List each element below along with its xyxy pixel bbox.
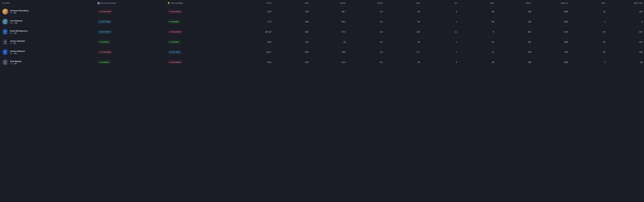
table-row[interactable]: Chuba Hubbard Car RB Unavailable Your Te… — [0, 47, 644, 57]
player-snappct-4: 73% — [532, 47, 570, 57]
svg-point-3 — [4, 23, 7, 24]
league1-badge[interactable]: Available — [98, 40, 111, 44]
player-name-meta: Christian McCaffrey SF RB — [10, 10, 29, 14]
col-header-league2[interactable]: 🏆 The Scrubs — [166, 0, 236, 7]
player-avatar-icon — [3, 60, 7, 64]
league1-status-4[interactable]: Unavailable — [96, 47, 166, 57]
player-team-pos: Jax RB — [10, 63, 22, 64]
league2-badge[interactable]: Available — [168, 20, 181, 24]
league2-badge[interactable]: Available — [168, 40, 181, 44]
player-ydsg-4: 79.6 — [310, 47, 347, 57]
player-team-pos: SF RB — [10, 12, 29, 14]
league1-badge[interactable]: Your Team — [98, 30, 112, 34]
league2-badge-label: Available — [171, 41, 179, 43]
avatar — [2, 49, 8, 55]
player-ydsc-2: 4.4 — [347, 27, 384, 37]
player-pos: RB — [14, 32, 17, 34]
league1-status-5[interactable]: Available — [96, 57, 166, 67]
player-rec-0: 13 — [570, 7, 607, 17]
badge-dot — [100, 31, 100, 32]
col-header-rec[interactable]: REC — [570, 0, 607, 7]
player-team-pos: LV RB — [10, 42, 25, 44]
league1-status-2[interactable]: Your Team — [96, 27, 166, 37]
player-team: Jax — [10, 63, 12, 64]
player-yds-5: 519 — [273, 57, 310, 67]
col-header-recyds[interactable]: REC YDS — [607, 0, 644, 7]
league1-status-0[interactable]: Unavailable — [96, 7, 166, 17]
col-header-ydsc[interactable]: YDS/C — [347, 0, 384, 7]
table-row[interactable]: Christian McCaffrey SF RB Unavailable Un… — [0, 7, 644, 17]
player-avatar-icon — [3, 10, 7, 14]
table-row[interactable]: David Montgomery Det RB Your Team Unavai… — [0, 27, 644, 37]
table-row[interactable]: Tank Bigsby Jax RB Available Unavailable… — [0, 57, 644, 67]
league1-badge-label: Unavailable — [101, 11, 111, 13]
player-td-2: 11 — [422, 27, 458, 37]
league2-badge[interactable]: Unavailable — [168, 10, 183, 14]
avatar — [2, 39, 8, 45]
svg-point-5 — [4, 33, 7, 34]
player-fpts-5: 81.0 — [236, 57, 273, 67]
col-header-fpts[interactable]: FPTS — [236, 0, 273, 7]
league2-badge-label: Unavailable — [171, 11, 181, 13]
col-header-car[interactable]: CAR — [384, 0, 422, 7]
player-car-1: 63 — [384, 17, 422, 27]
league1-status-3[interactable]: Available — [96, 37, 166, 47]
league2-badge[interactable]: Unavailable — [168, 60, 183, 64]
league1-status-1[interactable]: Your Team — [96, 17, 166, 27]
player-prk-2: 9 — [458, 27, 496, 37]
player-team-pos: LAC RB — [10, 22, 22, 24]
league1-badge[interactable]: Available — [98, 60, 111, 64]
player-snappct-1: 30% — [532, 17, 570, 27]
col-header-league1[interactable]: 🅴 No Fun League — [96, 0, 166, 7]
league1-icon: 🅴 — [98, 2, 100, 5]
league1-badge[interactable]: Unavailable — [98, 50, 113, 54]
player-snap-4: 479 — [496, 47, 533, 57]
svg-point-6 — [4, 41, 6, 42]
league2-status-5[interactable]: Unavailable — [166, 57, 236, 67]
league2-status-4[interactable]: Your Team — [166, 47, 236, 57]
player-rec-2: 24 — [570, 27, 607, 37]
player-snappct-3: 39% — [532, 37, 570, 47]
player-ydsg-0: 49.7 — [310, 7, 347, 17]
player-prk-5: 36 — [458, 57, 496, 67]
league1-badge-label: Your Team — [101, 31, 110, 33]
col-header-ydsg[interactable]: YDS/G — [310, 0, 347, 7]
player-name: Christian McCaffrey — [10, 10, 29, 12]
player-fpts-2: 167.42 — [236, 27, 273, 37]
col-header-snap[interactable]: SNAP — [496, 0, 533, 7]
col-header-td[interactable]: TD — [422, 0, 458, 7]
player-info-cell: Ameer Abdullah LV RB — [2, 39, 94, 45]
player-info-cell: David Montgomery Det RB — [2, 29, 94, 35]
player-prk-3: 51 — [458, 37, 496, 47]
table-row[interactable]: Ameer Abdullah LV RB Available Available… — [0, 37, 644, 47]
player-info-cell: Chuba Hubbard Car RB — [2, 49, 94, 55]
badge-dot — [100, 11, 100, 12]
table-row[interactable]: Gus Edwards LAC RB Your Team Available 2… — [0, 17, 644, 27]
league1-badge[interactable]: Unavailable — [98, 10, 113, 14]
league2-status-0[interactable]: Unavailable — [166, 7, 236, 17]
player-avatar-icon — [3, 20, 7, 24]
player-cell-3: Ameer Abdullah LV RB — [0, 37, 96, 47]
player-team-pos: Car RB — [10, 53, 25, 54]
league1-badge[interactable]: Your Team — [98, 20, 112, 24]
col-header-snappct[interactable]: SNAP % — [532, 0, 570, 7]
player-info-cell: Tank Bigsby Jax RB — [2, 59, 94, 65]
player-ydsc-5: 5.5 — [347, 57, 384, 67]
player-rec-4: 31 — [570, 47, 607, 57]
league2-status-1[interactable]: Available — [166, 17, 236, 27]
player-avatar-icon — [3, 40, 7, 44]
col-header-yds[interactable]: YDS — [273, 0, 310, 7]
player-td-0: 0 — [422, 7, 458, 17]
badge-dot — [100, 62, 100, 63]
svg-point-9 — [4, 53, 7, 54]
league2-badge[interactable]: Unavailable — [168, 30, 183, 34]
player-snap-2: 292 — [496, 27, 533, 37]
player-name-meta: Tank Bigsby Jax RB — [10, 60, 22, 64]
league2-status-2[interactable]: Unavailable — [166, 27, 236, 37]
col-header-prk[interactable]: PRK — [458, 0, 496, 7]
league2-badge[interactable]: Your Team — [168, 50, 182, 54]
league2-status-3[interactable]: Available — [166, 37, 236, 47]
player-td-5: 4 — [422, 57, 458, 67]
player-recyds-5: 36 — [607, 57, 644, 67]
player-team: LV — [10, 42, 12, 44]
